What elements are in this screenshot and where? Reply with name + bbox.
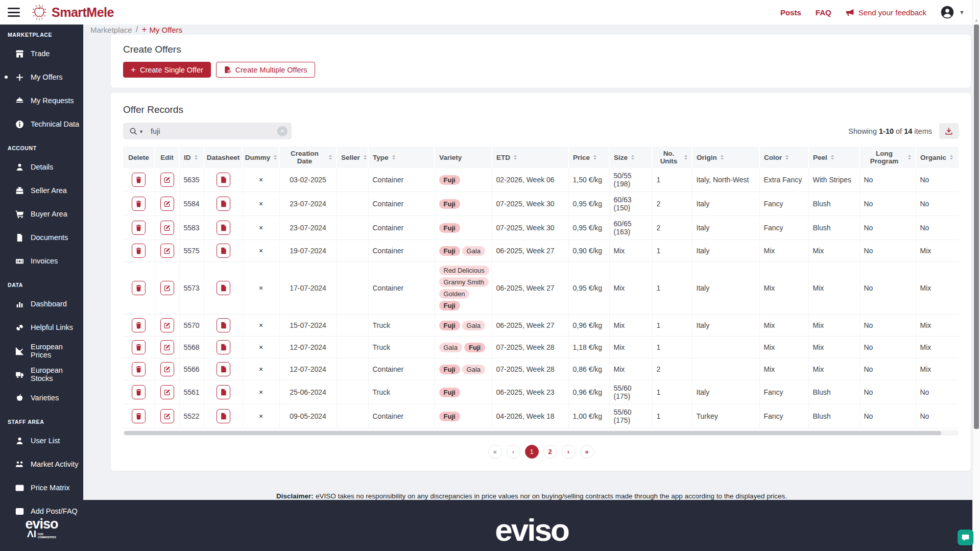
horizontal-scrollbar-thumb[interactable] bbox=[124, 431, 941, 435]
sidebar-item-varieties[interactable]: Varieties bbox=[0, 386, 83, 410]
column-header-etd[interactable]: ETD bbox=[492, 147, 568, 168]
edit-button[interactable] bbox=[160, 409, 174, 423]
sidebar-item-my-requests[interactable]: My Requests bbox=[0, 89, 83, 112]
sort-arrows-icon[interactable] bbox=[631, 155, 634, 160]
sort-arrows-icon[interactable] bbox=[593, 155, 596, 160]
datasheet-button[interactable] bbox=[217, 318, 230, 332]
sidebar-item-user-list[interactable]: User List bbox=[0, 429, 83, 452]
delete-button[interactable] bbox=[132, 409, 146, 423]
sidebar-item-details[interactable]: Details bbox=[0, 155, 83, 179]
datasheet-button[interactable] bbox=[217, 221, 230, 235]
account-menu[interactable]: ▼ bbox=[941, 6, 965, 19]
horizontal-scrollbar[interactable] bbox=[123, 430, 959, 436]
scroll-up-arrow-icon[interactable]: ▲ bbox=[973, 18, 980, 22]
menu-toggle-button[interactable] bbox=[8, 8, 20, 17]
breadcrumb-marketplace[interactable]: Marketplace bbox=[90, 26, 132, 34]
column-header-no-units[interactable]: No. Units bbox=[652, 147, 692, 168]
nav-link-faq[interactable]: FAQ bbox=[816, 8, 831, 17]
edit-button[interactable] bbox=[160, 318, 174, 332]
column-header-origin[interactable]: Origin bbox=[692, 147, 759, 168]
column-header-long-program[interactable]: Long Program bbox=[859, 147, 916, 168]
column-header-color[interactable]: Color bbox=[759, 147, 808, 168]
datasheet-button[interactable] bbox=[217, 385, 230, 399]
sidebar-item-helpful-links[interactable]: Helpful Links bbox=[0, 316, 83, 339]
column-header-price[interactable]: Price bbox=[568, 147, 609, 168]
sidebar-item-european-prices[interactable]: European Prices bbox=[0, 339, 83, 363]
sort-arrows-icon[interactable] bbox=[721, 155, 724, 160]
vertical-scrollbar[interactable]: ▲ bbox=[972, 0, 980, 551]
datasheet-button[interactable] bbox=[217, 409, 230, 423]
download-button[interactable] bbox=[939, 123, 959, 139]
sort-arrows-icon[interactable] bbox=[329, 155, 332, 160]
edit-button[interactable] bbox=[160, 197, 174, 211]
delete-button[interactable] bbox=[132, 197, 146, 211]
column-header-peel[interactable]: Peel bbox=[808, 147, 859, 168]
edit-button[interactable] bbox=[160, 221, 174, 235]
page-2-button[interactable]: 2 bbox=[543, 445, 557, 459]
sidebar-item-european-stocks[interactable]: European Stocks bbox=[0, 363, 83, 386]
vertical-scrollbar-thumb[interactable] bbox=[974, 25, 979, 429]
column-header-seller[interactable]: Seller bbox=[337, 147, 368, 168]
edit-button[interactable] bbox=[160, 340, 174, 354]
sort-arrows-icon[interactable] bbox=[274, 155, 277, 160]
edit-button[interactable] bbox=[160, 244, 174, 258]
page-prev-button[interactable]: ‹ bbox=[507, 445, 520, 459]
sort-arrows-icon[interactable] bbox=[950, 155, 953, 160]
edit-button[interactable] bbox=[160, 385, 174, 399]
sidebar-item-buyer-area[interactable]: Buyer Area bbox=[0, 202, 83, 226]
sort-arrows-icon[interactable] bbox=[364, 155, 367, 160]
delete-button[interactable] bbox=[132, 281, 146, 295]
breadcrumb-my-offers[interactable]: + My Offers bbox=[141, 25, 182, 35]
datasheet-button[interactable] bbox=[217, 173, 230, 187]
edit-button[interactable] bbox=[160, 362, 174, 376]
datasheet-button[interactable] bbox=[217, 244, 230, 258]
delete-button[interactable] bbox=[132, 385, 146, 399]
sort-arrows-icon[interactable] bbox=[195, 155, 198, 160]
datasheet-button[interactable] bbox=[217, 281, 230, 295]
clear-search-button[interactable]: ✕ bbox=[277, 126, 288, 136]
sidebar-item-invoices[interactable]: Invoices bbox=[0, 249, 83, 273]
sidebar-item-trade[interactable]: Trade bbox=[0, 42, 83, 65]
delete-button[interactable] bbox=[132, 244, 146, 258]
sort-arrows-icon[interactable] bbox=[684, 155, 687, 160]
column-header-organic[interactable]: Organic bbox=[916, 147, 959, 168]
send-feedback-link[interactable]: Send your feedback bbox=[846, 8, 926, 17]
datasheet-button[interactable] bbox=[217, 197, 230, 211]
page-first-button[interactable]: « bbox=[488, 445, 502, 459]
sidebar-item-technical-data[interactable]: Technical Data bbox=[0, 112, 83, 136]
column-header-id[interactable]: ID bbox=[179, 147, 204, 168]
column-header-dummy[interactable]: Dummy bbox=[243, 147, 279, 168]
column-header-size[interactable]: Size bbox=[609, 147, 652, 168]
sidebar-item-documents[interactable]: Documents bbox=[0, 226, 83, 249]
delete-button[interactable] bbox=[132, 340, 146, 354]
search-input[interactable] bbox=[144, 127, 277, 135]
sidebar-item-market-activity[interactable]: Market Activity bbox=[0, 452, 83, 476]
brand-logo[interactable]: SmartMele bbox=[30, 3, 114, 21]
delete-button[interactable] bbox=[132, 173, 146, 187]
datasheet-button[interactable] bbox=[217, 362, 230, 376]
delete-button[interactable] bbox=[132, 221, 146, 235]
sort-arrows-icon[interactable] bbox=[831, 155, 834, 160]
page-next-button[interactable]: › bbox=[562, 445, 576, 459]
sort-arrows-icon[interactable] bbox=[514, 155, 517, 160]
sort-arrows-icon[interactable] bbox=[908, 155, 911, 160]
column-header-creation-date[interactable]: Creation Date bbox=[279, 147, 337, 168]
create-multiple-offers-button[interactable]: Create Multiple Offers bbox=[216, 62, 315, 78]
delete-button[interactable] bbox=[132, 318, 146, 332]
delete-button[interactable] bbox=[132, 362, 146, 376]
sort-arrows-icon[interactable] bbox=[785, 155, 788, 160]
chat-widget-button[interactable] bbox=[958, 530, 973, 545]
sidebar-item-my-offers[interactable]: My Offers bbox=[0, 65, 83, 89]
page-1-button[interactable]: 1 bbox=[525, 445, 539, 459]
edit-button[interactable] bbox=[160, 281, 174, 295]
sort-arrows-icon[interactable] bbox=[392, 155, 395, 160]
column-header-type[interactable]: Type bbox=[368, 147, 435, 168]
create-single-offer-button[interactable]: + Create Single Offer bbox=[123, 62, 211, 78]
sidebar-item-dashboard[interactable]: Dashboard bbox=[0, 292, 83, 316]
page-last-button[interactable]: » bbox=[580, 445, 594, 459]
search-filter-dropdown[interactable]: ▼ bbox=[139, 129, 144, 134]
edit-button[interactable] bbox=[160, 173, 174, 187]
sidebar-item-price-matrix[interactable]: Price Matrix bbox=[0, 476, 83, 499]
sidebar-item-seller-area[interactable]: Seller Area bbox=[0, 179, 83, 202]
datasheet-button[interactable] bbox=[217, 340, 230, 354]
